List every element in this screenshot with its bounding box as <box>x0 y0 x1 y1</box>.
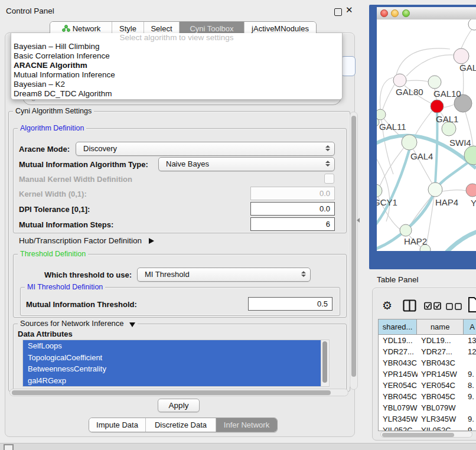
control-panel-title: Control Panel <box>6 6 54 15</box>
expander-arrow-right-icon <box>149 238 154 244</box>
node-gal80[interactable] <box>393 74 406 87</box>
chevron-updown-icon <box>325 145 330 151</box>
tab-infer-network-label: Infer Network <box>224 420 269 429</box>
node-label: HAP2 <box>404 236 427 246</box>
algorithm-option-selected[interactable]: ARACNE Algorithm <box>11 61 342 70</box>
attribute-item-selected[interactable]: gal4RGexp <box>23 375 321 387</box>
node-label: GAL80 <box>396 87 423 97</box>
aracne-mode-combo[interactable]: Discovery <box>76 142 335 156</box>
minimize-yellow-icon[interactable] <box>391 9 399 17</box>
algorithm-dropdown-header: Select algorithm to view settings <box>11 33 342 42</box>
dpi-tolerance-field[interactable]: 0.0 <box>250 202 335 216</box>
attribute-item-selected[interactable]: SelfLoops <box>23 340 321 352</box>
cell: 8. <box>465 380 476 391</box>
gear-icon[interactable]: ⚙ <box>382 300 392 311</box>
settings-hscrollbar[interactable] <box>9 389 348 396</box>
screen: Control Panel ✕ Network Style Select Cyn… <box>0 0 476 450</box>
column-header-name[interactable]: name <box>417 319 464 334</box>
settings-scrollbar[interactable] <box>350 112 358 390</box>
minimized-panel-button[interactable] <box>4 444 14 450</box>
chevron-updown-icon <box>325 161 330 167</box>
attribute-item-selected[interactable]: BetweennessCentrality <box>23 363 321 375</box>
split-columns-icon[interactable] <box>403 299 416 312</box>
node-table: shared... name A YDL19...YDL19...13 YDR2… <box>378 319 476 431</box>
cell: YDL19... <box>418 335 465 346</box>
deselect-all-checkboxes-icon[interactable] <box>446 303 462 310</box>
node-label: GAL4 <box>410 151 433 161</box>
float-icon[interactable] <box>334 8 342 16</box>
algorithm-option[interactable]: Dream8 DC_TDC Algorithm <box>11 89 342 99</box>
table-row[interactable]: YIL052CYIL052C9. <box>379 425 476 431</box>
network-graph: GAL GAL80 GAL10 GAL1 GAL11 SWI4 GAL4 GCY… <box>377 19 476 251</box>
apply-button[interactable]: Apply <box>158 399 200 412</box>
table-panel-title: Table Panel <box>377 275 419 284</box>
cell: YER054C <box>418 380 465 391</box>
attribute-item-selected[interactable]: TopologicalCoefficient <box>23 352 321 364</box>
cell: 9. <box>465 391 476 402</box>
column-header-shared[interactable]: shared... <box>379 319 417 334</box>
table-row[interactable]: YDL19...YDL19...13 <box>379 335 476 346</box>
network-window-titlebar[interactable] <box>377 7 476 20</box>
split-pane-collapse-icon[interactable] <box>357 218 360 223</box>
mi-threshold-field[interactable]: 0.5 <box>248 297 332 311</box>
select-all-checkboxes-icon[interactable] <box>424 302 442 310</box>
which-threshold-combo[interactable]: MI Threshold <box>137 268 311 282</box>
mi-threshold-group-title: MI Threshold Definition <box>25 283 105 291</box>
attributes-scrollbar[interactable] <box>321 340 329 386</box>
cell: YLR345W <box>379 413 418 425</box>
algorithm-option[interactable]: Bayesian – K2 <box>11 80 342 89</box>
hub-expander[interactable]: Hub/Transcription Factor Definition <box>19 236 154 245</box>
dpi-tolerance-label: DPI Tolerance [0,1]: <box>19 205 90 214</box>
node-gal4[interactable] <box>402 135 417 150</box>
close-red-icon[interactable] <box>380 9 388 17</box>
table-row[interactable]: YBR045CYBR045C9. <box>379 391 476 402</box>
mi-steps-field[interactable]: 6 <box>250 217 335 231</box>
tab-impute-data[interactable]: Impute Data <box>89 418 145 432</box>
node-hap2[interactable] <box>400 224 412 236</box>
algorithm-dropdown: Select algorithm to view settings Bayesi… <box>11 33 343 100</box>
kernel-width-field[interactable]: 0.0 <box>250 187 335 200</box>
network-edges-highlighted[interactable] <box>377 113 476 251</box>
tab-discretize-data[interactable]: Discretize Data <box>145 418 216 432</box>
manual-kernel-checkbox[interactable] <box>324 174 334 184</box>
bottom-strip <box>0 443 476 450</box>
node-unlabeled[interactable] <box>468 19 476 30</box>
cell: YDR27... <box>418 346 465 357</box>
table-row[interactable]: YLR345WYLR345W9. <box>379 413 476 425</box>
algorithm-option[interactable]: Bayesian – Hill Climbing <box>11 42 342 51</box>
table-row[interactable]: YBL079WYBL079W <box>379 402 476 413</box>
mi-type-value: Naive Bayes <box>166 158 209 171</box>
document-icon[interactable] <box>468 296 476 313</box>
node-gal[interactable] <box>454 48 469 64</box>
cell: YER054C <box>379 380 418 391</box>
table-row[interactable]: YDR27...YDR27...12 <box>379 346 476 357</box>
tab-style-label: Style <box>119 24 136 33</box>
algorithm-option[interactable]: Basic Correlation Inference <box>11 51 342 61</box>
tab-jactivemnodules-label: jActiveMNodules <box>252 24 309 33</box>
network-canvas[interactable]: GAL GAL80 GAL10 GAL1 GAL11 SWI4 GAL4 GCY… <box>377 19 476 251</box>
table-hscrollbar[interactable] <box>380 431 472 438</box>
cell: YBR045C <box>379 391 418 402</box>
tab-infer-network[interactable]: Infer Network <box>216 418 277 432</box>
column-header-partial[interactable]: A <box>464 319 476 334</box>
mi-type-label: Mutual Information Algorithm Type: <box>19 160 148 169</box>
node-gal11[interactable] <box>377 109 386 120</box>
node-label: SWI4 <box>449 138 471 148</box>
zoom-green-icon[interactable] <box>402 9 410 17</box>
manual-kernel-label: Manual Kernel Width Definition <box>19 175 132 184</box>
mi-type-combo[interactable]: Naive Bayes <box>158 157 335 171</box>
node-hap4[interactable] <box>428 182 442 197</box>
table-row[interactable]: YPR145WYPR145W9. <box>379 369 476 380</box>
node-gal10[interactable] <box>428 76 441 89</box>
node-gcy1[interactable] <box>377 184 382 197</box>
table-row[interactable]: YER054CYER054C8. <box>379 380 476 391</box>
hub-expander-label: Hub/Transcription Factor Definition <box>19 236 142 245</box>
node-label: GAL1 <box>436 114 458 124</box>
sources-group-title[interactable]: Sources for Network Inference <box>18 319 138 328</box>
node-red-selected[interactable] <box>431 100 444 113</box>
node-salmon[interactable] <box>466 184 476 197</box>
algorithm-option[interactable]: Mutual Information Inference <box>11 70 342 80</box>
close-icon[interactable]: ✕ <box>345 5 353 15</box>
cell: 9. <box>465 413 476 425</box>
table-row[interactable]: YBR043CYBR043C <box>379 357 476 369</box>
